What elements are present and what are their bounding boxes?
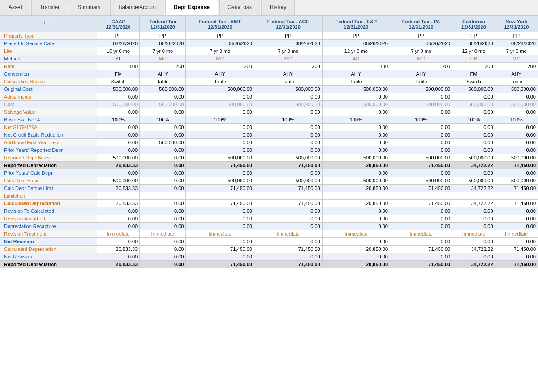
data-cell: 100 xyxy=(322,63,390,70)
data-cell: 0.00 xyxy=(452,169,495,177)
data-cell: 0.00 xyxy=(495,108,538,116)
main-table-container: GAAP12/31/2020 Federal Tax12/31/2020 Fed… xyxy=(0,16,538,268)
table-row: Reported Depreciation20,833.330.0071,450… xyxy=(0,261,538,268)
data-cell: 0.00 xyxy=(390,215,452,223)
tab-history[interactable]: History xyxy=(261,0,295,15)
data-cell: 0.00 xyxy=(452,93,495,101)
row-label: Reported Depr Basis xyxy=(0,154,97,162)
table-row: Calculation SourceSwitchTableTableTableT… xyxy=(0,78,538,86)
data-cell: 500,000.00 xyxy=(452,86,495,93)
row-label: Life xyxy=(0,47,97,55)
switch-view-button[interactable] xyxy=(44,21,52,24)
data-cell: 0.00 xyxy=(186,139,254,146)
data-cell: 34,722.22 xyxy=(452,185,495,192)
table-row: Original Cost500,000.00500,000.00500,000… xyxy=(0,86,538,93)
data-cell: 71,450.00 xyxy=(186,185,254,192)
table-row: Net Revision0.000.000.000.000.000.000.00… xyxy=(0,238,538,246)
data-cell: 08/26/2020 xyxy=(452,40,495,47)
data-cell: 71,450.00 xyxy=(254,246,322,253)
row-label: Prior Years' Calc Depr xyxy=(0,169,97,177)
row-label: Method xyxy=(0,55,97,63)
table-row: Net Revision0.000.000.000.000.000.000.00… xyxy=(0,253,538,261)
data-cell: 20,850.00 xyxy=(322,162,390,169)
row-label: Adjustments xyxy=(0,93,97,101)
col-header-gaap: GAAP12/31/2020 xyxy=(97,16,139,32)
row-label: Revision Treatment xyxy=(0,230,97,238)
data-cell: 20,850.00 xyxy=(322,200,390,207)
data-cell: 100% xyxy=(254,116,322,124)
tab-balance-accum[interactable]: Balance/Accum xyxy=(110,0,164,15)
data-cell: 500,000.00 xyxy=(322,154,390,162)
data-cell: MC xyxy=(495,55,538,63)
data-cell: 0.00 xyxy=(390,253,452,261)
data-cell: 08/26/2020 xyxy=(140,40,186,47)
data-cell: 20,833.33 xyxy=(97,200,139,207)
data-cell: Table xyxy=(140,78,186,86)
data-cell: 0.00 xyxy=(322,131,390,139)
data-cell: 20,850.00 xyxy=(322,246,390,253)
data-cell: PP xyxy=(254,32,322,40)
data-cell: 08/26/2020 xyxy=(322,40,390,47)
data-cell: 0.00 xyxy=(97,139,139,146)
tab-gain-loss[interactable]: Gain/Loss xyxy=(219,0,260,15)
data-cell: 0.00 xyxy=(140,223,186,230)
tab-asset[interactable]: Asset xyxy=(0,0,30,15)
data-cell: 10 yr 0 mo xyxy=(97,47,139,55)
data-cell: PP xyxy=(140,32,186,40)
tab-transfer[interactable]: Transfer xyxy=(31,0,68,15)
data-cell: 08/26/2020 xyxy=(390,40,452,47)
data-cell: 500,000.00 xyxy=(186,101,254,108)
data-cell xyxy=(452,192,495,200)
data-cell: AHY xyxy=(140,70,186,78)
data-cell: 200 xyxy=(254,63,322,70)
data-cell xyxy=(186,192,254,200)
data-cell: AHY xyxy=(495,70,538,78)
data-cell xyxy=(140,192,186,200)
data-cell: MC xyxy=(390,55,452,63)
data-cell: Immediate xyxy=(495,230,538,238)
data-cell: 0.00 xyxy=(186,124,254,131)
data-cell: 500,000.00 xyxy=(140,139,186,146)
data-cell: 0.00 xyxy=(97,207,139,215)
data-cell: 20,833.33 xyxy=(97,261,139,268)
data-cell: 0.00 xyxy=(495,169,538,177)
tab-bar: Asset Transfer Summary Balance/Accum Dep… xyxy=(0,0,538,16)
data-cell: 71,450.00 xyxy=(186,200,254,207)
data-cell: AHY xyxy=(186,70,254,78)
data-cell xyxy=(495,192,538,200)
table-row: Reported Depreciation20,833.330.0071,450… xyxy=(0,162,538,169)
data-cell: 0.00 xyxy=(322,146,390,154)
data-cell: 0.00 xyxy=(390,108,452,116)
data-cell: 500,000.00 xyxy=(390,177,452,185)
data-cell: 0.00 xyxy=(322,253,390,261)
data-cell: 100% xyxy=(322,116,390,124)
data-cell: 500,000.00 xyxy=(97,154,139,162)
data-cell: 0.00 xyxy=(322,139,390,146)
data-cell: 71,450.00 xyxy=(495,185,538,192)
row-label: Reported Depreciation xyxy=(0,162,97,169)
data-cell: 34,722.22 xyxy=(452,200,495,207)
data-cell: 0.00 xyxy=(390,207,452,215)
data-cell: 0.00 xyxy=(322,108,390,116)
data-cell: 34,722.22 xyxy=(452,246,495,253)
table-row: Depreciation Recapture0.000.000.000.000.… xyxy=(0,223,538,230)
data-cell: 08/26/2020 xyxy=(97,40,139,47)
tab-summary[interactable]: Summary xyxy=(69,0,109,15)
data-cell: 500,000.00 xyxy=(254,101,322,108)
data-cell: 71,450.00 xyxy=(254,261,322,268)
data-cell: 500,000.00 xyxy=(140,101,186,108)
data-cell: Switch xyxy=(452,78,495,86)
data-cell: 0.00 xyxy=(97,108,139,116)
data-cell: 0.00 xyxy=(495,223,538,230)
tab-depr-expense[interactable]: Depr Expense xyxy=(165,0,218,15)
table-row: Prior Years' Calc Depr0.000.000.000.000.… xyxy=(0,169,538,177)
data-cell: Immediate xyxy=(140,230,186,238)
data-cell: 500,000.00 xyxy=(495,154,538,162)
data-cell: 0.00 xyxy=(254,253,322,261)
data-cell: 200 xyxy=(495,63,538,70)
data-cell: 500,000.00 xyxy=(322,177,390,185)
row-label: Net S179/179A xyxy=(0,124,97,131)
table-row: Calc Depr Before Limit20,833.330.0071,45… xyxy=(0,185,538,192)
data-cell: 0.00 xyxy=(97,238,139,246)
table-row: Revision To Calculated0.000.000.000.000.… xyxy=(0,207,538,215)
